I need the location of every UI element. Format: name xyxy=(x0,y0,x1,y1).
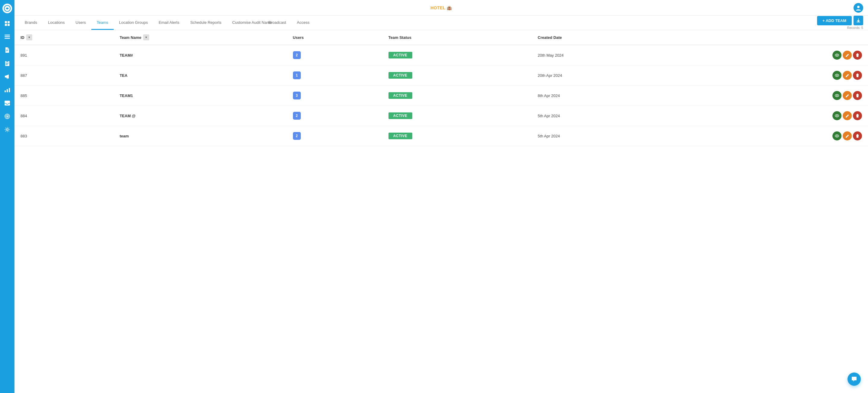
cell-actions xyxy=(690,106,868,126)
svg-rect-16 xyxy=(4,90,6,92)
sort-id-button[interactable]: ▼ xyxy=(26,34,32,40)
hotel-icon: 🏨 xyxy=(447,5,452,10)
table-row: 884 TEAM @ 2 ACTIVE 5th Apr 2024 xyxy=(14,106,868,126)
view-button[interactable] xyxy=(832,71,841,80)
cell-team-name: TEAM1 xyxy=(114,86,287,106)
table-header-row: ID ▼ Team Name ▼ Users Team Status Creat… xyxy=(14,30,868,45)
target-icon[interactable] xyxy=(2,111,13,122)
tab-customise-audit-name[interactable]: Customise Audit Name xyxy=(227,16,263,30)
tab-locations[interactable]: Locations xyxy=(42,16,70,30)
cell-team-name: team xyxy=(114,126,287,146)
chat-fab-button[interactable] xyxy=(847,372,861,386)
user-count-badge: 1 xyxy=(293,71,301,79)
records-count: Records: 5 xyxy=(847,26,863,30)
view-button[interactable] xyxy=(832,111,841,120)
app-logo-icon[interactable] xyxy=(2,4,12,13)
tab-email-alerts[interactable]: Email Alerts xyxy=(153,16,185,30)
cell-id: 883 xyxy=(14,126,114,146)
cell-status: ACTIVE xyxy=(382,45,532,65)
cell-id: 885 xyxy=(14,86,114,106)
megaphone-icon[interactable] xyxy=(2,71,13,82)
svg-point-28 xyxy=(836,75,838,76)
edit-button[interactable] xyxy=(843,131,852,141)
cell-actions xyxy=(690,126,868,146)
svg-rect-12 xyxy=(6,61,8,62)
svg-rect-9 xyxy=(6,50,8,50)
delete-button[interactable] xyxy=(853,71,862,80)
col-header-status: Team Status xyxy=(382,30,532,45)
cell-users: 3 xyxy=(287,86,382,106)
cell-id: 887 xyxy=(14,65,114,86)
cell-team-name: TEA xyxy=(114,65,287,86)
cell-id: 891 xyxy=(14,45,114,65)
view-button[interactable] xyxy=(832,91,841,100)
table-row: 883 team 2 ACTIVE 5th Apr 2024 xyxy=(14,126,868,146)
cell-created-date: 5th Apr 2024 xyxy=(532,106,690,126)
delete-button[interactable] xyxy=(853,111,862,120)
svg-rect-13 xyxy=(6,63,9,63)
col-header-id: ID ▼ xyxy=(14,30,114,45)
svg-rect-2 xyxy=(5,21,7,23)
svg-rect-8 xyxy=(4,38,10,39)
delete-button[interactable] xyxy=(853,131,862,141)
svg-rect-18 xyxy=(9,88,10,92)
svg-rect-7 xyxy=(4,36,10,37)
col-header-team-name: Team Name ▼ xyxy=(114,30,287,45)
tab-users[interactable]: Users xyxy=(70,16,91,30)
svg-point-1 xyxy=(6,7,8,9)
user-avatar[interactable] xyxy=(854,3,863,13)
cell-actions xyxy=(690,45,868,65)
nav-tabs-bar: Brands Locations Users Teams Location Gr… xyxy=(14,16,868,30)
cell-created-date: 20th Apr 2024 xyxy=(532,65,690,86)
topbar: HOTEL 🏨 xyxy=(14,0,868,16)
view-button[interactable] xyxy=(832,51,841,60)
cell-id: 884 xyxy=(14,106,114,126)
svg-point-26 xyxy=(836,55,838,56)
edit-button[interactable] xyxy=(843,51,852,60)
hotel-label: HOTEL xyxy=(430,5,445,10)
add-team-button[interactable]: + ADD TEAM xyxy=(817,16,852,25)
edit-button[interactable] xyxy=(843,71,852,80)
view-button[interactable] xyxy=(832,131,841,141)
status-badge: ACTIVE xyxy=(389,113,412,119)
user-count-badge: 2 xyxy=(293,112,301,120)
chart-icon[interactable] xyxy=(2,84,13,95)
inbox-icon[interactable] xyxy=(2,98,13,109)
svg-rect-10 xyxy=(6,51,8,51)
svg-rect-6 xyxy=(4,35,10,36)
tab-location-groups[interactable]: Location Groups xyxy=(114,16,153,30)
user-count-badge: 2 xyxy=(293,132,301,140)
tab-teams[interactable]: Teams xyxy=(91,16,114,30)
table-row: 891 TEAM# 2 ACTIVE 20th May 2024 xyxy=(14,45,868,65)
edit-button[interactable] xyxy=(843,111,852,120)
col-header-actions xyxy=(690,30,868,45)
svg-point-30 xyxy=(836,95,838,96)
teams-table: ID ▼ Team Name ▼ Users Team Status Creat… xyxy=(14,30,868,146)
cell-status: ACTIVE xyxy=(382,126,532,146)
tab-access[interactable]: Access xyxy=(291,16,315,30)
sort-name-button[interactable]: ▼ xyxy=(143,34,149,40)
edit-button[interactable] xyxy=(843,91,852,100)
download-button[interactable] xyxy=(854,16,863,25)
tab-schedule-reports[interactable]: Schedule Reports xyxy=(185,16,227,30)
cell-status: ACTIVE xyxy=(382,106,532,126)
cell-users: 1 xyxy=(287,65,382,86)
clipboard-icon[interactable] xyxy=(2,58,13,69)
cell-actions xyxy=(690,65,868,86)
delete-button[interactable] xyxy=(853,91,862,100)
svg-rect-3 xyxy=(7,21,10,23)
tab-brands[interactable]: Brands xyxy=(19,16,42,30)
cell-users: 2 xyxy=(287,126,382,146)
settings-icon[interactable] xyxy=(2,124,13,135)
delete-button[interactable] xyxy=(853,51,862,60)
status-badge: ACTIVE xyxy=(389,92,412,99)
grid-icon[interactable] xyxy=(2,18,13,29)
user-count-badge: 2 xyxy=(293,51,301,59)
nav-actions: + ADD TEAM Records: 5 xyxy=(817,16,863,30)
list-icon[interactable] xyxy=(2,31,13,42)
cell-status: ACTIVE xyxy=(382,65,532,86)
tab-broadcast[interactable]: Broadcast xyxy=(263,16,292,30)
document-icon[interactable] xyxy=(2,44,13,56)
status-badge: ACTIVE xyxy=(389,52,412,58)
cell-created-date: 8th Apr 2024 xyxy=(532,86,690,106)
